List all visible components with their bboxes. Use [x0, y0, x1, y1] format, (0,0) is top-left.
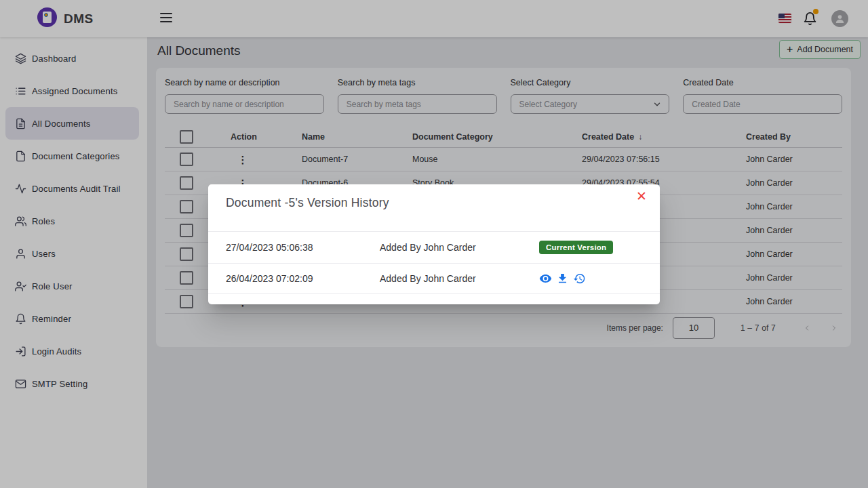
restore-history-icon	[573, 272, 586, 285]
download-icon	[556, 272, 569, 285]
version-row: 26/04/2023 07:02:09 Added By John Carder	[208, 263, 660, 294]
version-added-by: Added By John Carder	[380, 273, 476, 284]
view-version-button[interactable]	[539, 272, 552, 285]
version-date: 26/04/2023 07:02:09	[226, 273, 313, 284]
app-root: DMS Dashboard Assigned Documents All Doc…	[0, 0, 868, 488]
restore-version-button[interactable]	[573, 272, 586, 285]
current-version-badge: Current Version	[539, 241, 613, 254]
modal-title: Document -5's Version History	[226, 196, 389, 210]
modal-header: Document -5's Version History ✕	[208, 184, 660, 232]
version-date: 27/04/2023 05:06:38	[226, 242, 313, 253]
eye-icon	[539, 272, 552, 285]
download-version-button[interactable]	[556, 272, 569, 285]
close-icon[interactable]: ✕	[632, 189, 651, 203]
version-row: 27/04/2023 05:06:38 Added By John Carder…	[208, 231, 660, 264]
version-added-by: Added By John Carder	[380, 242, 476, 253]
version-history-modal: Document -5's Version History ✕ 27/04/20…	[208, 184, 660, 304]
